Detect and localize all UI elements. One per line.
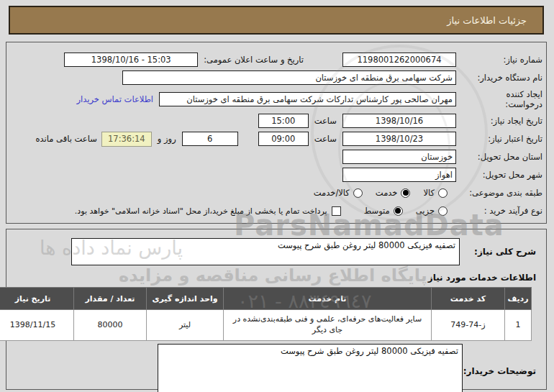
- announce-datetime-label: تاریخ و ساعت اعلان عمومی:: [198, 55, 309, 65]
- delivery-city-label: شهر محل تحویل:: [456, 170, 542, 180]
- col-service-name[interactable]: نام خدمت: [224, 288, 432, 310]
- days-and-label: روز و: [152, 134, 182, 144]
- col-row-number[interactable]: ردیف: [505, 288, 532, 310]
- general-description-label: شرح کلی نیاز:: [460, 247, 536, 257]
- buyer-org-label: نام دستگاه خریدار:: [456, 73, 542, 83]
- goods-radio-label: کالا: [423, 188, 435, 198]
- buyer-org-field[interactable]: شرکت سهامی برق منطقه ای خوزستان: [122, 70, 456, 85]
- expire-time-field[interactable]: 09:00: [258, 132, 309, 146]
- delivery-city-row: شهر محل تحویل: اهواز: [10, 166, 542, 183]
- cell-need-date: 1398/11/15: [0, 310, 74, 341]
- medium-radio-label: متوسط: [364, 206, 390, 216]
- partial-radio[interactable]: [438, 206, 448, 216]
- option-goods: کالا: [423, 188, 448, 198]
- treasury-checkbox[interactable]: [332, 206, 341, 216]
- purchase-process-label: نوع فرآیند خرید :: [456, 206, 542, 216]
- service-radio[interactable]: [401, 188, 410, 198]
- delivery-province-label: استان محل تحویل:: [456, 152, 542, 162]
- cell-quantity: 80000: [74, 310, 147, 341]
- services-table-header-row: ردیف کد خدمت نام خدمت واحد اندازه گیری ت…: [0, 288, 532, 310]
- medium-radio[interactable]: [394, 206, 403, 216]
- create-date-label: تاریخ ایجاد نیاز:: [456, 116, 542, 126]
- request-creator-label: ایجاد کننده درخواست:: [456, 89, 542, 110]
- need-details-page: { "page": { "header_title": "جزئیات اطلا…: [0, 0, 554, 392]
- general-description-field[interactable]: تصفیه فیزیکی 80000 لیتر روغن طبق شرح پیو…: [71, 238, 460, 265]
- services-section-title: اطلاعات خدمات مورد نیاز: [6, 273, 536, 286]
- page-title: جزئیات اطلاعات نیاز: [447, 15, 527, 26]
- col-unit[interactable]: واحد اندازه گیری: [147, 288, 224, 310]
- need-number-field[interactable]: 1198001262000674: [342, 53, 456, 67]
- countdown-timer: 17:36:14: [101, 132, 152, 147]
- delivery-province-row: استان محل تحویل: خوزستان: [10, 148, 542, 165]
- create-hour-label: ساعت: [309, 116, 342, 126]
- subject-classification-label: طبقه بندی موضوعی:: [456, 188, 542, 198]
- request-creator-row: ایجاد کننده درخواست: مهران صالحی پور کار…: [10, 87, 542, 111]
- subject-classification-row: طبقه بندی موضوعی: کالا خدمت کالا/خدمت: [10, 184, 542, 201]
- col-quantity[interactable]: تعداد / مقدار: [74, 288, 147, 310]
- option-service: خدمت: [376, 188, 411, 198]
- purchase-process-options: جزیی متوسط: [351, 206, 448, 216]
- purchase-process-row: نوع فرآیند خرید : جزیی متوسط پرداخت تمام…: [10, 202, 542, 219]
- table-row: 1 ز-74-749 سایر فعالیت‌های حرفه‌ای، علمی…: [0, 310, 532, 341]
- service-radio-label: خدمت: [376, 188, 398, 198]
- cell-service-name: سایر فعالیت‌های حرفه‌ای، علمی و فنی طبقه…: [224, 310, 432, 341]
- buyer-notes-field[interactable]: تصفیه فیزیکی 80000 لیتر روغن طبق شرح پیو…: [158, 344, 463, 392]
- subject-classification-options: کالا خدمت کالا/خدمت: [301, 188, 448, 198]
- services-table: ردیف کد خدمت نام خدمت واحد اندازه گیری ت…: [0, 287, 532, 341]
- buyer-notes-row: توضیحات خریدار: تصفیه فیزیکی 80000 لیتر …: [6, 344, 536, 392]
- page-title-bar: جزئیات اطلاعات نیاز: [9, 6, 544, 35]
- cell-row-number: 1: [505, 310, 532, 341]
- option-partial: جزیی: [416, 206, 448, 216]
- partial-radio-label: جزیی: [416, 206, 435, 216]
- cell-service-code: ز-74-749: [432, 310, 505, 341]
- need-number-label: شماره نیاز:: [456, 55, 542, 65]
- buyer-org-row: نام دستگاه خریدار: شرکت سهامی برق منطقه …: [10, 69, 542, 86]
- need-description-panel: شرح کلی نیاز: تصفیه فیزیکی 80000 لیتر رو…: [6, 229, 547, 390]
- expire-date-row: تاریخ اعتبار نیاز: 1398/10/23 ساعت 09:00…: [10, 130, 542, 147]
- announce-datetime-field[interactable]: 1398/10/16 - 15:03: [64, 53, 198, 67]
- create-date-row: تاریخ ایجاد نیاز: 1398/10/16 ساعت 15:00: [10, 112, 542, 129]
- create-date-field[interactable]: 1398/10/16: [342, 114, 456, 128]
- create-time-field[interactable]: 15:00: [258, 114, 309, 128]
- col-need-date[interactable]: تاریخ نیاز: [0, 288, 74, 310]
- option-medium: متوسط: [364, 206, 403, 216]
- col-service-code[interactable]: کد خدمت: [432, 288, 505, 310]
- goods-service-radio-label: کالا/خدمت: [314, 188, 350, 198]
- goods-radio[interactable]: [438, 188, 448, 198]
- expire-date-label: تاریخ اعتبار نیاز:: [456, 134, 542, 144]
- delivery-province-field[interactable]: خوزستان: [342, 150, 456, 164]
- treasury-note: پرداخت تمام یا بخشی از مبلغ خرید،از محل …: [75, 206, 327, 216]
- need-info-panel: شماره نیاز: 1198001262000674 تاریخ و ساع…: [6, 42, 547, 224]
- hours-remaining-label: ساعت باقی مانده: [36, 134, 97, 144]
- expire-hour-label: ساعت: [309, 134, 342, 144]
- request-creator-field[interactable]: مهران صالحی پور کارشناس تدارکات شرکت سها…: [159, 92, 456, 106]
- need-number-row: شماره نیاز: 1198001262000674 تاریخ و ساع…: [10, 51, 542, 68]
- days-remaining-field[interactable]: 6: [182, 132, 238, 146]
- cell-unit: لیتر: [147, 310, 224, 341]
- general-description-row: شرح کلی نیاز: تصفیه فیزیکی 80000 لیتر رو…: [6, 238, 536, 265]
- buyer-contact-link[interactable]: اطلاعات تماس خریدار: [76, 94, 153, 104]
- expire-date-field[interactable]: 1398/10/23: [342, 132, 456, 146]
- goods-service-radio[interactable]: [353, 188, 363, 198]
- option-goods-service: کالا/خدمت: [314, 188, 363, 198]
- buyer-notes-label: توضیحات خریدار:: [463, 366, 536, 376]
- delivery-city-field[interactable]: اهواز: [342, 168, 456, 182]
